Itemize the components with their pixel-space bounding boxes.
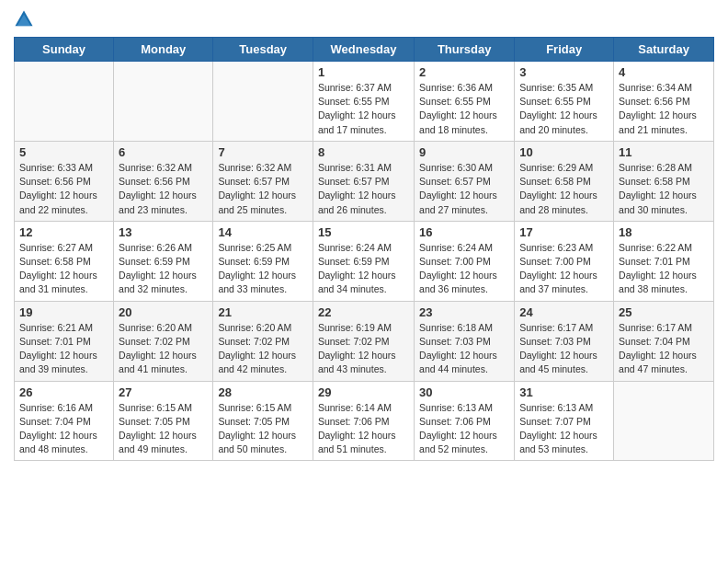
day-info: Sunrise: 6:34 AM Sunset: 6:56 PM Dayligh… [619, 81, 709, 137]
calendar-day-cell: 5Sunrise: 6:33 AM Sunset: 6:56 PM Daylig… [15, 141, 114, 221]
calendar-day-cell [614, 381, 714, 461]
day-info: Sunrise: 6:20 AM Sunset: 7:02 PM Dayligh… [218, 321, 308, 377]
calendar-day-cell: 9Sunrise: 6:30 AM Sunset: 6:57 PM Daylig… [415, 141, 515, 221]
calendar-day-cell: 14Sunrise: 6:25 AM Sunset: 6:59 PM Dayli… [213, 221, 313, 301]
day-number: 18 [619, 225, 709, 239]
calendar-day-cell: 6Sunrise: 6:32 AM Sunset: 6:56 PM Daylig… [114, 141, 213, 221]
calendar-week-row: 19Sunrise: 6:21 AM Sunset: 7:01 PM Dayli… [15, 301, 714, 381]
calendar-day-cell: 21Sunrise: 6:20 AM Sunset: 7:02 PM Dayli… [213, 301, 313, 381]
day-number: 12 [19, 225, 108, 239]
day-info: Sunrise: 6:33 AM Sunset: 6:56 PM Dayligh… [19, 161, 108, 217]
weekday-header: Saturday [614, 38, 714, 62]
day-info: Sunrise: 6:20 AM Sunset: 7:02 PM Dayligh… [119, 321, 208, 377]
day-number: 20 [119, 305, 208, 319]
day-number: 3 [519, 65, 609, 79]
day-number: 13 [119, 225, 208, 239]
day-info: Sunrise: 6:27 AM Sunset: 6:58 PM Dayligh… [19, 241, 108, 297]
day-number: 27 [119, 385, 208, 399]
calendar-day-cell: 19Sunrise: 6:21 AM Sunset: 7:01 PM Dayli… [15, 301, 114, 381]
day-number: 16 [419, 225, 509, 239]
calendar-day-cell [15, 62, 114, 142]
day-info: Sunrise: 6:18 AM Sunset: 7:03 PM Dayligh… [419, 321, 509, 377]
calendar-day-cell: 24Sunrise: 6:17 AM Sunset: 7:03 PM Dayli… [515, 301, 614, 381]
weekday-header: Sunday [15, 38, 114, 62]
day-info: Sunrise: 6:25 AM Sunset: 6:59 PM Dayligh… [218, 241, 308, 297]
weekday-header: Thursday [415, 38, 515, 62]
weekday-header: Friday [515, 38, 614, 62]
calendar-day-cell: 28Sunrise: 6:15 AM Sunset: 7:05 PM Dayli… [213, 381, 313, 461]
day-info: Sunrise: 6:23 AM Sunset: 7:00 PM Dayligh… [519, 241, 609, 297]
day-number: 17 [519, 225, 609, 239]
day-number: 4 [619, 65, 709, 79]
calendar-table: SundayMondayTuesdayWednesdayThursdayFrid… [14, 37, 714, 461]
day-info: Sunrise: 6:28 AM Sunset: 6:58 PM Dayligh… [619, 161, 709, 217]
day-number: 14 [218, 225, 308, 239]
day-info: Sunrise: 6:29 AM Sunset: 6:58 PM Dayligh… [519, 161, 609, 217]
day-info: Sunrise: 6:22 AM Sunset: 7:01 PM Dayligh… [619, 241, 709, 297]
calendar-day-cell: 2Sunrise: 6:36 AM Sunset: 6:55 PM Daylig… [415, 62, 515, 142]
logo-icon [14, 9, 34, 29]
logo [14, 9, 38, 29]
day-number: 21 [218, 305, 308, 319]
day-info: Sunrise: 6:31 AM Sunset: 6:57 PM Dayligh… [318, 161, 409, 217]
calendar-week-row: 5Sunrise: 6:33 AM Sunset: 6:56 PM Daylig… [15, 141, 714, 221]
day-info: Sunrise: 6:32 AM Sunset: 6:56 PM Dayligh… [119, 161, 208, 217]
header-row: SundayMondayTuesdayWednesdayThursdayFrid… [15, 38, 714, 62]
day-number: 11 [619, 145, 709, 159]
day-info: Sunrise: 6:35 AM Sunset: 6:55 PM Dayligh… [519, 81, 609, 137]
day-info: Sunrise: 6:16 AM Sunset: 7:04 PM Dayligh… [19, 401, 108, 457]
day-number: 31 [519, 385, 609, 399]
day-info: Sunrise: 6:37 AM Sunset: 6:55 PM Dayligh… [318, 81, 409, 137]
day-info: Sunrise: 6:26 AM Sunset: 6:59 PM Dayligh… [119, 241, 208, 297]
calendar-day-cell: 16Sunrise: 6:24 AM Sunset: 7:00 PM Dayli… [415, 221, 515, 301]
day-number: 29 [318, 385, 409, 399]
day-info: Sunrise: 6:19 AM Sunset: 7:02 PM Dayligh… [318, 321, 409, 377]
day-number: 8 [318, 145, 409, 159]
day-number: 1 [318, 65, 409, 79]
day-number: 6 [119, 145, 208, 159]
day-info: Sunrise: 6:17 AM Sunset: 7:04 PM Dayligh… [619, 321, 709, 377]
day-number: 26 [19, 385, 108, 399]
calendar-day-cell: 27Sunrise: 6:15 AM Sunset: 7:05 PM Dayli… [114, 381, 213, 461]
day-number: 15 [318, 225, 409, 239]
calendar-day-cell: 26Sunrise: 6:16 AM Sunset: 7:04 PM Dayli… [15, 381, 114, 461]
calendar-week-row: 26Sunrise: 6:16 AM Sunset: 7:04 PM Dayli… [15, 381, 714, 461]
calendar-day-cell: 11Sunrise: 6:28 AM Sunset: 6:58 PM Dayli… [614, 141, 714, 221]
day-number: 28 [218, 385, 308, 399]
day-info: Sunrise: 6:24 AM Sunset: 7:00 PM Dayligh… [419, 241, 509, 297]
weekday-header: Monday [114, 38, 213, 62]
day-info: Sunrise: 6:17 AM Sunset: 7:03 PM Dayligh… [519, 321, 609, 377]
day-number: 2 [419, 65, 509, 79]
day-info: Sunrise: 6:32 AM Sunset: 6:57 PM Dayligh… [218, 161, 308, 217]
header [14, 9, 714, 29]
calendar-day-cell: 31Sunrise: 6:13 AM Sunset: 7:07 PM Dayli… [515, 381, 614, 461]
day-number: 19 [19, 305, 108, 319]
day-info: Sunrise: 6:30 AM Sunset: 6:57 PM Dayligh… [419, 161, 509, 217]
calendar-day-cell: 4Sunrise: 6:34 AM Sunset: 6:56 PM Daylig… [614, 62, 714, 142]
calendar-day-cell: 17Sunrise: 6:23 AM Sunset: 7:00 PM Dayli… [515, 221, 614, 301]
calendar-week-row: 1Sunrise: 6:37 AM Sunset: 6:55 PM Daylig… [15, 62, 714, 142]
weekday-header: Tuesday [213, 38, 313, 62]
calendar-day-cell: 7Sunrise: 6:32 AM Sunset: 6:57 PM Daylig… [213, 141, 313, 221]
calendar-day-cell: 23Sunrise: 6:18 AM Sunset: 7:03 PM Dayli… [415, 301, 515, 381]
day-number: 24 [519, 305, 609, 319]
day-number: 5 [19, 145, 108, 159]
day-number: 10 [519, 145, 609, 159]
page: SundayMondayTuesdayWednesdayThursdayFrid… [0, 0, 728, 563]
day-info: Sunrise: 6:14 AM Sunset: 7:06 PM Dayligh… [318, 401, 409, 457]
day-info: Sunrise: 6:24 AM Sunset: 6:59 PM Dayligh… [318, 241, 409, 297]
calendar-day-cell [213, 62, 313, 142]
day-number: 7 [218, 145, 308, 159]
calendar-day-cell: 12Sunrise: 6:27 AM Sunset: 6:58 PM Dayli… [15, 221, 114, 301]
calendar-day-cell: 25Sunrise: 6:17 AM Sunset: 7:04 PM Dayli… [614, 301, 714, 381]
day-info: Sunrise: 6:21 AM Sunset: 7:01 PM Dayligh… [19, 321, 108, 377]
day-number: 25 [619, 305, 709, 319]
calendar-day-cell: 22Sunrise: 6:19 AM Sunset: 7:02 PM Dayli… [313, 301, 414, 381]
calendar-day-cell: 10Sunrise: 6:29 AM Sunset: 6:58 PM Dayli… [515, 141, 614, 221]
day-number: 30 [419, 385, 509, 399]
day-info: Sunrise: 6:13 AM Sunset: 7:07 PM Dayligh… [519, 401, 609, 457]
calendar-day-cell: 30Sunrise: 6:13 AM Sunset: 7:06 PM Dayli… [415, 381, 515, 461]
calendar-day-cell: 29Sunrise: 6:14 AM Sunset: 7:06 PM Dayli… [313, 381, 414, 461]
calendar-week-row: 12Sunrise: 6:27 AM Sunset: 6:58 PM Dayli… [15, 221, 714, 301]
calendar-day-cell: 13Sunrise: 6:26 AM Sunset: 6:59 PM Dayli… [114, 221, 213, 301]
